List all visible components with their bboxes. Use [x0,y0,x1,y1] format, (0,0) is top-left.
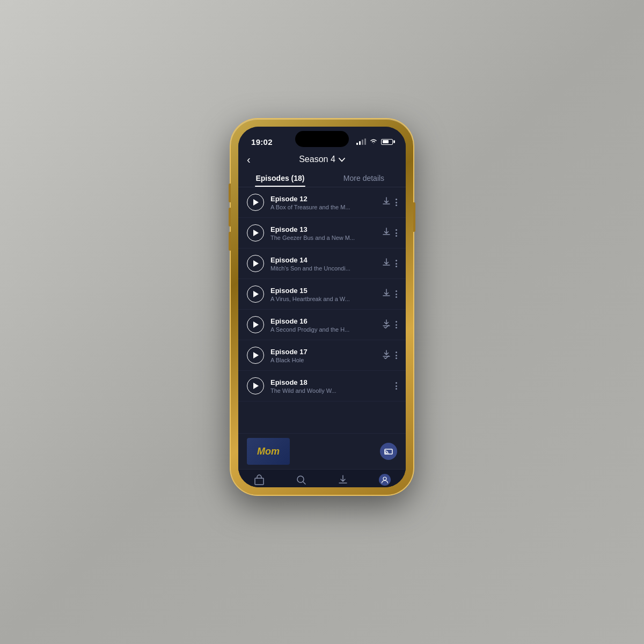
download-icon-12[interactable] [382,196,391,208]
episode-info-18: Episode 18 The Wild and Woolly W... [270,378,389,394]
downloaded-icon-16[interactable] [382,319,391,331]
play-button-16[interactable] [247,316,264,333]
more-icon-12[interactable] [396,199,397,206]
wifi-icon [369,138,378,146]
cast-button[interactable] [380,443,397,460]
screen-content: ‹ Season 4 Episo [238,150,406,487]
episode-title-18: Episode 18 [270,378,389,386]
episode-actions-12 [382,196,397,208]
episode-info-13: Episode 13 The Geezer Bus and a New M... [270,225,375,241]
signal-icon [356,138,366,145]
nav-item-downloads[interactable]: Downloads [322,474,364,487]
svg-rect-2 [255,478,264,485]
episode-subtitle-16: A Second Prodigy and the H... [270,326,375,333]
play-icon [253,230,259,236]
play-icon [253,260,259,267]
download-icon-14[interactable] [382,258,391,269]
episode-item-14: Episode 14 Mitch's Son and the Uncondi..… [238,248,406,279]
episode-item-17: Episode 17 A Black Hole [238,340,406,371]
phone-screen: 19:02 [238,127,406,487]
episode-actions-17 [382,349,397,361]
episode-info-16: Episode 16 A Second Prodigy and the H... [270,317,375,333]
episode-actions-13 [382,227,397,239]
episode-info-17: Episode 17 A Black Hole [270,348,375,363]
downloads-icon [337,474,349,487]
bottom-preview: Mom [238,433,406,469]
episode-info-14: Episode 14 Mitch's Son and the Uncondi..… [270,256,375,272]
svg-point-3 [297,476,304,482]
play-icon [253,199,259,206]
find-icon [295,474,307,487]
episode-actions-18 [396,382,397,390]
user-avatar [379,474,391,486]
play-icon [253,291,259,297]
svg-point-1 [385,453,386,455]
play-icon [253,321,259,328]
play-icon [253,383,259,389]
episode-item-13: Episode 13 The Geezer Bus and a New M... [238,218,406,248]
play-button-17[interactable] [247,347,264,364]
nav-item-find[interactable]: Find [280,474,322,487]
play-button-14[interactable] [247,255,264,272]
play-button-18[interactable] [247,377,264,394]
play-button-15[interactable] [247,286,264,303]
episode-actions-15 [382,288,397,300]
more-icon-15[interactable] [396,290,397,298]
episode-subtitle-12: A Box of Treasure and the M... [270,204,375,210]
episode-subtitle-15: A Virus, Heartbreak and a W... [270,296,375,302]
episode-info-15: Episode 15 A Virus, Heartbreak and a W..… [270,287,375,302]
episode-title-13: Episode 13 [270,225,375,233]
episode-item-12: Episode 12 A Box of Treasure and the M..… [238,187,406,218]
scene: 19:02 [0,0,644,644]
episode-title-17: Episode 17 [270,348,375,356]
back-button[interactable]: ‹ [247,153,251,166]
more-icon-18[interactable] [396,382,397,390]
phone-wrapper: 19:02 [231,119,413,495]
tab-more-details[interactable]: More details [322,169,406,187]
episode-actions-14 [382,258,397,269]
season-label: Season 4 [299,155,335,164]
more-icon-17[interactable] [396,352,397,359]
episode-subtitle-18: The Wild and Woolly W... [270,387,389,394]
download-icon-15[interactable] [382,288,391,300]
nav-item-store[interactable]: Store [238,474,280,487]
episode-subtitle-14: Mitch's Son and the Uncondi... [270,265,375,272]
tab-episodes[interactable]: Episodes (18) [238,169,322,187]
episodes-list: Episode 12 A Box of Treasure and the M..… [238,187,406,433]
more-icon-14[interactable] [396,260,397,267]
episode-info-12: Episode 12 A Box of Treasure and the M..… [270,195,375,210]
bottom-nav: Store Find [238,469,406,487]
download-icon-13[interactable] [382,227,391,239]
chevron-down-icon [339,155,345,164]
play-button-12[interactable] [247,194,264,211]
episode-subtitle-13: The Geezer Bus and a New M... [270,235,375,241]
play-button-13[interactable] [247,224,264,241]
battery-icon [381,139,393,145]
episode-title-14: Episode 14 [270,256,375,264]
season-selector[interactable]: Season 4 [299,155,345,164]
status-time: 19:02 [251,137,273,147]
preview-show-name: Mom [257,446,280,457]
nav-item-mystuff[interactable]: My Stuff [364,474,406,487]
dynamic-island [295,131,349,147]
play-icon [253,352,259,358]
episode-item-16: Episode 16 A Second Prodigy and the H... [238,310,406,340]
downloaded-icon-17[interactable] [382,349,391,361]
episode-item-18: Episode 18 The Wild and Woolly W... [238,371,406,401]
battery-fill [383,140,389,143]
episode-title-12: Episode 12 [270,195,375,203]
more-icon-13[interactable] [396,229,397,237]
status-icons [356,138,393,146]
tabs-row: Episodes (18) More details [238,169,406,187]
episode-subtitle-17: A Black Hole [270,357,375,363]
episode-item-15: Episode 15 A Virus, Heartbreak and a W..… [238,279,406,310]
phone-shell: 19:02 [231,119,413,495]
preview-thumbnail[interactable]: Mom [247,438,290,465]
nav-header: ‹ Season 4 [238,150,406,164]
episode-title-15: Episode 15 [270,287,375,295]
svg-point-4 [383,477,386,480]
episode-actions-16 [382,319,397,331]
episode-title-16: Episode 16 [270,317,375,325]
more-icon-16[interactable] [396,321,397,328]
store-icon [253,474,265,487]
